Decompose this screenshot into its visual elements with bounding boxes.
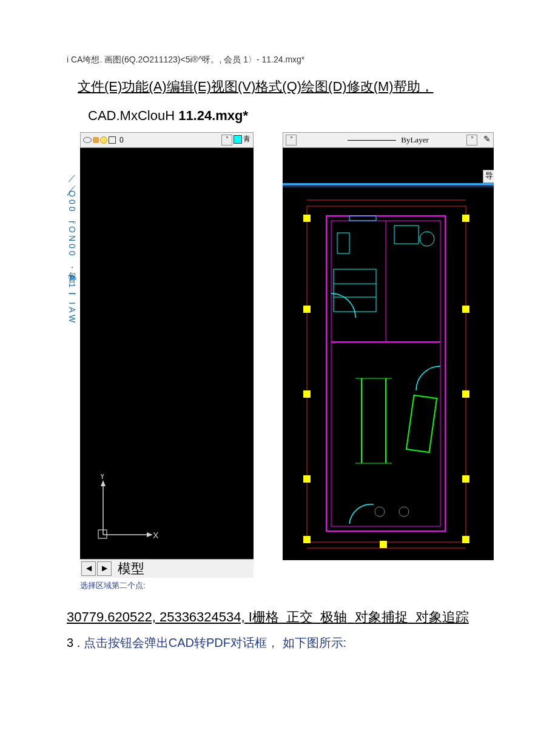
svg-rect-30 xyxy=(303,475,311,483)
svg-point-35 xyxy=(375,507,385,517)
svg-rect-18 xyxy=(337,233,349,253)
menu-view[interactable]: 视图(V) xyxy=(211,79,255,94)
svg-rect-16 xyxy=(394,226,419,244)
menu-file[interactable]: 文件(E) xyxy=(78,79,122,94)
model-layout-tabs: ◀ ▶ 模型 xyxy=(80,559,254,578)
polar-toggle[interactable]: 极轴 xyxy=(320,609,347,624)
layer-lock-icon[interactable] xyxy=(93,137,99,143)
linetype-dropdown-icon[interactable]: ˅ xyxy=(466,135,477,146)
svg-rect-27 xyxy=(462,306,469,313)
svg-rect-23 xyxy=(406,395,437,452)
svg-rect-38 xyxy=(334,269,376,312)
osnap-toggle[interactable]: 对象捕捉 xyxy=(355,609,408,624)
layer-toolbar: 0 ˅ 青 xyxy=(80,132,254,148)
command-prompt: 选择区域第二个点: xyxy=(80,580,254,591)
menu-edit[interactable]: 编辑(E) xyxy=(167,79,211,94)
left-dropdown-icon[interactable]: ˅ xyxy=(286,135,297,146)
svg-rect-29 xyxy=(462,390,469,398)
ortho-toggle[interactable]: 正交 xyxy=(286,609,313,624)
svg-text:X: X xyxy=(153,530,159,540)
tab-prev-button[interactable]: ◀ xyxy=(81,561,96,576)
color-dropdown[interactable]: 青 xyxy=(234,134,250,144)
edit-linetype-icon[interactable]: ✎ xyxy=(483,134,491,144)
svg-text:Y: Y xyxy=(99,474,106,481)
instruction-step: 3 . 点击按钮会弹出CAD转PDF对话框， 如下图所示: xyxy=(67,635,491,651)
step-text: 点击按钮会弹出CAD转PDF对话框， 如下图所示: xyxy=(84,636,346,649)
svg-rect-31 xyxy=(462,475,469,483)
menu-help[interactable]: 帮助， xyxy=(394,79,434,94)
doc-title-prefix: CAD.MxClouH xyxy=(88,108,178,123)
color-swatch-icon xyxy=(234,135,242,144)
linetype-toolbar: ˅ ByLayer ˅ ✎ xyxy=(283,132,494,148)
svg-rect-9 xyxy=(307,206,466,542)
otrack-toggle[interactable]: 对象追踪 xyxy=(415,609,469,624)
svg-marker-1 xyxy=(147,532,153,537)
tab-model[interactable]: 模型 xyxy=(118,560,144,578)
menu-format[interactable]: 格式(Q) xyxy=(255,79,301,94)
cad-viewport-right[interactable]: 导 xyxy=(283,148,494,560)
layer-dropdown-icon[interactable]: ˅ xyxy=(221,135,232,146)
svg-rect-33 xyxy=(462,536,469,543)
coordinates-readout: 30779.620522, 25336324534, xyxy=(67,609,249,624)
svg-rect-28 xyxy=(303,390,311,398)
status-bar: 30779.620522, 25336324534, I栅格 正交 极轴 对象捕… xyxy=(67,608,491,626)
layer-visibility-icon[interactable] xyxy=(83,137,92,143)
svg-rect-26 xyxy=(303,306,311,313)
svg-rect-37 xyxy=(349,216,376,221)
menu-modify[interactable]: 修改(M) xyxy=(347,79,394,94)
svg-rect-34 xyxy=(380,541,387,548)
left-cad-panel: 0 ˅ 青 X Y xyxy=(80,132,254,591)
floorplan-drawing xyxy=(283,148,494,560)
svg-rect-4 xyxy=(98,530,107,538)
svg-rect-25 xyxy=(462,215,469,222)
linetype-label: ByLayer xyxy=(401,135,428,145)
svg-point-17 xyxy=(420,232,434,246)
layer-color-icon[interactable] xyxy=(109,136,116,144)
layer-freeze-icon[interactable] xyxy=(100,136,107,144)
menu-draw[interactable]: 绘图(D) xyxy=(301,79,347,94)
color-label: 青 xyxy=(243,134,250,144)
svg-point-36 xyxy=(399,507,409,517)
linetype-preview-icon xyxy=(348,140,396,141)
right-cad-panel: ˅ ByLayer ˅ ✎ 导 xyxy=(283,132,494,560)
menu-feature[interactable]: 功能(A) xyxy=(122,79,166,94)
svg-marker-3 xyxy=(101,480,106,486)
vertical-sidebar-text: ／／Q00 「rON00 ・包音 A1「I IAW xyxy=(67,132,80,591)
svg-rect-24 xyxy=(303,215,311,222)
cad-viewport-left[interactable]: X Y xyxy=(80,148,257,559)
layer-name-label: 0 xyxy=(119,136,124,144)
side-panel-toggle[interactable]: 导 xyxy=(483,170,494,183)
window-title: i CA垮想. 画图(6Q.2O211123)<5i®^呀。, 会员 1〉- 1… xyxy=(67,55,491,65)
step-number: 3 . xyxy=(67,636,84,649)
tab-next-button[interactable]: ▶ xyxy=(97,561,112,576)
ucs-icon: X Y xyxy=(92,474,159,547)
document-title: CAD.MxClouH 11.24.mxg* xyxy=(88,108,491,124)
svg-rect-32 xyxy=(303,536,311,543)
menu-bar: 文件(E)功能(A)编辑(E)视图(V)格式(Q)绘图(D)修改(M)帮助， xyxy=(78,78,491,96)
doc-title-name: 11.24.mxg* xyxy=(178,108,248,123)
grid-toggle[interactable]: I栅格 xyxy=(249,609,279,624)
